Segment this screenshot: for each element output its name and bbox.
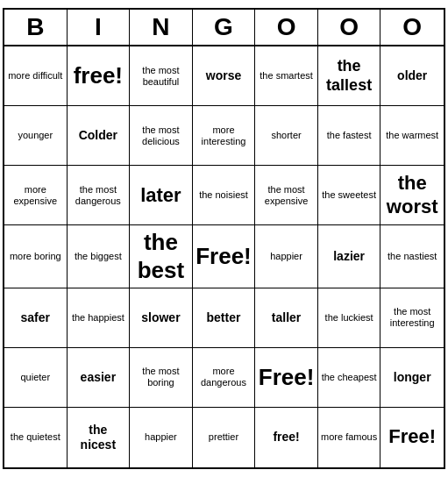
bingo-cell: the nastiest: [380, 225, 444, 288]
header-letter: I: [68, 10, 131, 45]
bingo-cell: the cheapest: [318, 348, 381, 408]
bingo-cell: Free!: [255, 348, 318, 408]
bingo-cell: more expensive: [4, 166, 68, 225]
bingo-cell: the nicest: [68, 408, 131, 467]
bingo-cell: safer: [4, 288, 68, 348]
bingo-cell: younger: [4, 106, 68, 166]
bingo-cell: taller: [255, 288, 318, 348]
bingo-cell: later: [130, 166, 193, 225]
bingo-cell: the tallest: [318, 46, 381, 106]
bingo-cell: the worst: [380, 166, 444, 225]
header-letter: G: [193, 10, 256, 45]
bingo-cell: the most interesting: [380, 288, 444, 348]
bingo-cell: the warmest: [380, 106, 444, 166]
bingo-cell: older: [380, 46, 444, 106]
bingo-cell: Free!: [380, 408, 444, 467]
header-letter: B: [4, 10, 68, 45]
bingo-cell: easier: [68, 348, 131, 408]
bingo-cell: worse: [193, 46, 256, 106]
bingo-cell: more interesting: [193, 106, 256, 166]
bingo-cell: the sweetest: [318, 166, 381, 225]
bingo-cell: the quietest: [4, 408, 68, 467]
bingo-cell: the smartest: [255, 46, 318, 106]
bingo-cell: the biggest: [68, 225, 131, 288]
bingo-cell: the fastest: [318, 106, 381, 166]
bingo-cell: slower: [130, 288, 193, 348]
header-letter: O: [380, 10, 444, 45]
bingo-cell: the best: [130, 225, 193, 288]
bingo-card: BINGOOO more difficultfree!the most beau…: [3, 8, 445, 468]
bingo-cell: happier: [130, 408, 193, 467]
bingo-cell: Colder: [68, 106, 131, 166]
bingo-cell: better: [193, 288, 256, 348]
bingo-cell: shorter: [255, 106, 318, 166]
bingo-cell: happier: [255, 225, 318, 288]
bingo-cell: free!: [68, 46, 131, 106]
bingo-cell: Free!: [193, 225, 256, 288]
bingo-cell: more difficult: [4, 46, 68, 106]
bingo-cell: the most expensive: [255, 166, 318, 225]
bingo-cell: the most delicious: [130, 106, 193, 166]
bingo-cell: the luckiest: [318, 288, 381, 348]
bingo-cell: the happiest: [68, 288, 131, 348]
bingo-cell: free!: [255, 408, 318, 467]
bingo-cell: more dangerous: [193, 348, 256, 408]
bingo-cell: lazier: [318, 225, 381, 288]
bingo-cell: longer: [380, 348, 444, 408]
header-letter: N: [130, 10, 193, 45]
bingo-cell: the most dangerous: [68, 166, 131, 225]
bingo-header: BINGOOO: [4, 10, 444, 46]
bingo-cell: quieter: [4, 348, 68, 408]
bingo-cell: prettier: [193, 408, 256, 467]
bingo-cell: the noisiest: [193, 166, 256, 225]
bingo-cell: more boring: [4, 225, 68, 288]
bingo-cell: the most beautiful: [130, 46, 193, 106]
bingo-cell: more famous: [318, 408, 381, 467]
header-letter: O: [255, 10, 318, 45]
bingo-grid: more difficultfree!the most beautifulwor…: [4, 46, 444, 466]
header-letter: O: [318, 10, 381, 45]
bingo-cell: the most boring: [130, 348, 193, 408]
